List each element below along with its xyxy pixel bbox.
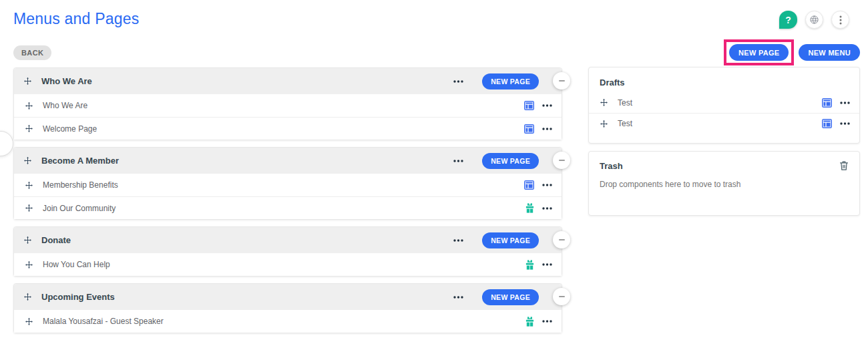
menu-new-page-button[interactable]: NEW PAGE: [482, 289, 539, 305]
kebab-dots-glyph: [839, 15, 842, 25]
help-question-glyph: ?: [785, 15, 791, 25]
page-options-icon[interactable]: [541, 319, 554, 324]
drag-handle-icon[interactable]: [25, 181, 33, 190]
page-row[interactable]: Membership Benefits: [14, 174, 562, 196]
drag-handle-icon[interactable]: [23, 156, 32, 165]
draft-label: Test: [618, 98, 822, 108]
page-icon: [822, 119, 832, 128]
minus-icon: [559, 296, 565, 297]
draft-options-icon[interactable]: [839, 121, 851, 126]
link-icon: [525, 260, 534, 270]
page-row[interactable]: Welcome Page: [14, 117, 562, 140]
page-label: How You Can Help: [43, 260, 525, 269]
menu-title: Who We Are: [41, 76, 452, 86]
menu-header[interactable]: Donate NEW PAGE: [14, 227, 562, 253]
page-label: Join Our Community: [43, 204, 525, 213]
menu-options-icon[interactable]: [452, 238, 465, 243]
top-action-buttons: NEW PAGE NEW MENU: [724, 39, 860, 65]
menu-card: Donate NEW PAGE How You Can Help: [13, 226, 562, 277]
menu-new-page-button[interactable]: NEW PAGE: [482, 153, 539, 169]
page-title: Menus and Pages: [13, 10, 139, 28]
menu-options-icon[interactable]: [452, 79, 465, 84]
new-menu-button[interactable]: NEW MENU: [799, 44, 860, 61]
drafts-card: Drafts Test Test: [588, 67, 860, 144]
side-panel: Drafts Test Test Trash Drop components h…: [588, 67, 860, 223]
collapse-menu-button[interactable]: [553, 288, 570, 305]
page-icon: [524, 124, 534, 134]
page-options-icon[interactable]: [541, 103, 554, 108]
help-icon[interactable]: ?: [779, 11, 797, 29]
page-icon: [524, 101, 534, 110]
menus-list: Who We Are NEW PAGE Who We Are Welcome P…: [13, 67, 562, 340]
draft-label: Test: [618, 119, 822, 128]
drag-handle-icon[interactable]: [23, 236, 32, 244]
drag-handle-icon[interactable]: [23, 77, 32, 86]
header-icon-group: ?: [779, 11, 849, 29]
menu-title: Become A Member: [41, 156, 452, 166]
menu-header[interactable]: Become A Member NEW PAGE: [14, 148, 562, 174]
link-icon: [525, 317, 534, 327]
draft-row[interactable]: Test: [589, 113, 859, 134]
menu-card: Upcoming Events NEW PAGE Malala Yousafza…: [13, 283, 562, 333]
edge-floating-button[interactable]: [0, 131, 13, 156]
menu-card: Who We Are NEW PAGE Who We Are Welcome P…: [13, 67, 562, 140]
trash-glyph: [839, 160, 849, 171]
drafts-title: Drafts: [600, 77, 625, 88]
menu-title: Upcoming Events: [41, 292, 452, 302]
page-options-icon[interactable]: [541, 262, 554, 267]
collapse-menu-button[interactable]: [553, 231, 570, 248]
page-label: Welcome Page: [43, 124, 524, 134]
page-options-icon[interactable]: [541, 182, 554, 188]
menu-options-icon[interactable]: [452, 295, 465, 300]
menu-new-page-button[interactable]: NEW PAGE: [482, 73, 539, 90]
menu-header[interactable]: Upcoming Events NEW PAGE: [14, 284, 562, 310]
page-row[interactable]: Join Our Community: [14, 196, 562, 219]
trash-drop-hint: Drop components here to move to trash: [600, 180, 849, 189]
drag-handle-icon[interactable]: [600, 98, 608, 107]
menu-header[interactable]: Who We Are NEW PAGE: [14, 68, 562, 94]
minus-icon: [559, 239, 565, 240]
page-options-icon[interactable]: [541, 126, 554, 132]
minus-icon: [559, 80, 565, 81]
kebab-menu-icon[interactable]: [831, 11, 849, 29]
page-label: Who We Are: [43, 101, 524, 110]
drag-handle-icon[interactable]: [25, 261, 33, 269]
minus-icon: [559, 160, 565, 161]
page-label: Malala Yousafzai - Guest Speaker: [43, 317, 525, 326]
trash-card: Trash Drop components here to move to tr…: [588, 151, 860, 216]
drag-handle-icon[interactable]: [25, 124, 33, 133]
collapse-menu-button[interactable]: [553, 72, 570, 90]
page-row[interactable]: How You Can Help: [14, 253, 562, 276]
draft-options-icon[interactable]: [839, 100, 851, 106]
menu-new-page-button[interactable]: NEW PAGE: [482, 232, 539, 248]
drag-handle-icon[interactable]: [25, 317, 33, 326]
back-button[interactable]: BACK: [13, 45, 51, 60]
page-label: Membership Benefits: [43, 180, 524, 190]
drag-handle-icon[interactable]: [25, 102, 33, 110]
trash-icon[interactable]: [839, 160, 849, 171]
page-icon: [524, 180, 534, 190]
drag-handle-icon[interactable]: [25, 204, 33, 212]
new-page-button[interactable]: NEW PAGE: [729, 44, 789, 61]
page-row[interactable]: Malala Yousafzai - Guest Speaker: [14, 310, 562, 333]
drag-handle-icon[interactable]: [23, 293, 32, 301]
globe-icon[interactable]: [805, 11, 823, 29]
trash-title: Trash: [600, 161, 623, 171]
link-icon: [525, 203, 534, 213]
new-page-highlight-box: NEW PAGE: [724, 39, 794, 65]
page-icon: [822, 98, 832, 108]
menu-card: Become A Member NEW PAGE Membership Bene…: [13, 147, 562, 220]
collapse-menu-button[interactable]: [553, 152, 570, 169]
menu-options-icon[interactable]: [452, 158, 465, 164]
page-options-icon[interactable]: [541, 206, 554, 211]
draft-row[interactable]: Test: [589, 92, 859, 113]
globe-glyph: [809, 15, 819, 25]
page-row[interactable]: Who We Are: [14, 94, 562, 117]
menu-title: Donate: [41, 235, 452, 245]
drag-handle-icon[interactable]: [600, 120, 608, 128]
